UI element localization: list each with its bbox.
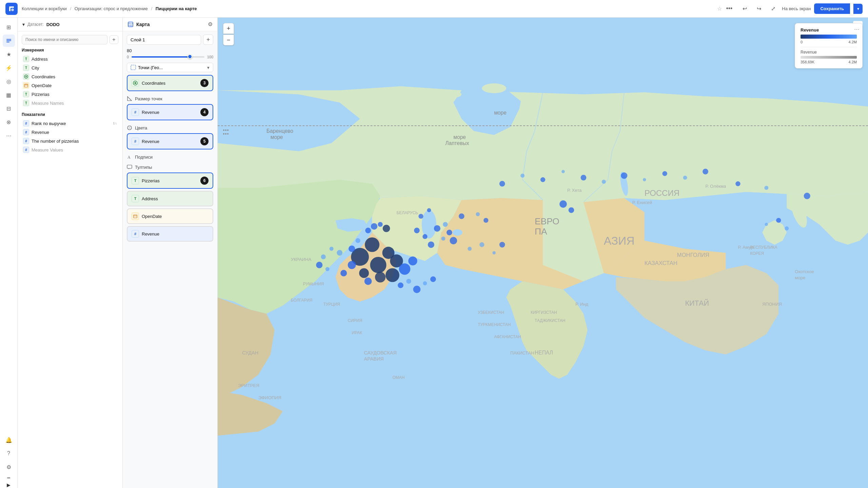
svg-point-131 [414,228,420,233]
tooltip-opendate-content: OpenDate [132,212,162,220]
favorite-star-icon[interactable]: ☆ [717,5,722,12]
opacity-slider[interactable] [132,55,204,59]
zoom-in-button[interactable]: + [223,23,234,34]
field-revenue-icon: # [23,129,29,135]
tooltip-revenue[interactable]: # Revenue [127,226,213,242]
legend-size-max: 4.2M [849,60,857,64]
geotype-select[interactable]: Точки (Гео... ▾ [127,63,213,72]
svg-text:ЯПОНИЯ: ЯПОНИЯ [762,302,782,307]
tooltip-opendate[interactable]: OpenDate [127,208,213,224]
add-field-button[interactable]: + [110,35,118,44]
chart-settings-gear-icon[interactable]: ⚙ [208,21,213,27]
svg-point-92 [326,267,330,271]
nav-minus-icon[interactable]: ⊟ [3,102,15,115]
nav-settings-icon[interactable]: ⚙ [3,461,15,473]
svg-text:Р. Инд: Р. Инд [575,302,588,307]
map-area[interactable]: море Лаптевых море Баренцево море ЕВРО П… [218,18,868,488]
svg-text:Лаптевых: Лаптевых [445,140,469,146]
nav-circle-icon[interactable]: ◎ [3,75,15,87]
labels-section-header: A Подписи [127,154,213,160]
breadcrumb-part2[interactable]: Организации: спрос и предложение [75,6,148,11]
nav-chart-icon[interactable]: ▦ [3,89,15,101]
layer-select[interactable]: Слой 1 [127,35,201,45]
svg-text:море: море [271,134,283,140]
legend: ⋯ Revenue 0 4.2M Revenue 358,69K 4.2M [795,23,863,68]
expand-icon[interactable]: ⤢ [768,3,778,14]
map-svg: море Лаптевых море Баренцево море ЕВРО П… [218,18,868,488]
svg-text:море: море [453,134,466,140]
nav-flash-icon[interactable]: ⚡ [3,62,15,74]
tooltip-pizzerias[interactable]: T Pizzerias 6 [127,172,213,189]
field-measure-values-name: Measure Values [32,147,63,152]
svg-rect-10 [128,22,133,27]
revenue-color-content: # Revenue [132,138,159,145]
svg-point-126 [418,214,423,219]
layer-row: Слой 1 + [127,35,213,45]
legend-color-labels: 0 4.2M [801,40,857,44]
breadcrumb-part1[interactable]: Коллекции и воркбуки [22,6,67,11]
revenue-size-name: Revenue [142,110,159,115]
opacity-min-label: 0 [127,55,129,59]
svg-point-102 [450,237,457,244]
svg-text:ЭФИОПИЯ: ЭФИОПИЯ [258,395,281,400]
tooltip-pizzerias-icon: T [132,177,139,184]
tooltip-pizzerias-badge: 6 [200,177,209,185]
size-section-header: Размер точек [127,96,213,101]
fullscreen-button[interactable]: На весь экран [782,6,811,11]
labels-icon: A [127,154,132,160]
zoom-out-button[interactable]: − [223,35,234,45]
field-measure-values[interactable]: # Measure Values [22,145,118,154]
field-num-pizzerias[interactable]: # The number of pizzerias [22,137,118,145]
field-measure-names[interactable]: T Measure Names [22,99,118,107]
search-input[interactable] [22,35,107,44]
field-rank[interactable]: # Rank по выручке f∩ [22,119,118,128]
save-button[interactable]: Сохранить [814,3,850,14]
tooltip-address[interactable]: T Address [127,191,213,206]
nav-list-icon[interactable] [3,35,15,47]
field-city[interactable]: T City [22,63,118,72]
nav-connect-icon[interactable]: ⊗ [3,116,15,128]
svg-text:ТУРКМЕНИСТАН: ТУРКМЕНИСТАН [478,322,511,327]
field-coordinates[interactable]: Coordinates [22,72,118,81]
coordinates-drop-zone[interactable]: Coordinates 3 [127,75,213,91]
svg-point-101 [441,237,445,241]
svg-text:САУДОВСКАЯ: САУДОВСКАЯ [364,350,397,355]
svg-point-129 [476,212,480,216]
fields-panel: + Измерения T Address T City Coordinates [18,32,122,488]
nav-star-icon[interactable]: ★ [3,48,15,60]
more-options-icon[interactable]: ••• [726,5,732,12]
svg-text:МОНГОЛИЯ: МОНГОЛИЯ [677,252,709,258]
nav-help-icon[interactable]: ? [3,447,15,460]
opacity-value: 80 [127,48,213,53]
opacity-slider-row: 0 100 [127,55,213,59]
sidebar: ▾ Датасет: DODO + Измерения T Address T … [18,18,123,488]
field-opendate[interactable]: OpenDate [22,81,118,90]
nav-more-icon[interactable]: ⋯ [3,129,15,142]
tooltip-opendate-name: OpenDate [142,214,162,219]
nav-bell-icon[interactable]: 🔔 [3,434,15,446]
field-pizzerias[interactable]: T Pizzerias [22,90,118,99]
left-nav: ⊞ ★ ⚡ ◎ ▦ ⊟ ⊗ ⋯ 🔔 ? ⚙ − ▶ [0,18,18,488]
svg-point-109 [621,172,627,179]
undo-button[interactable]: ↩ [739,3,750,14]
legend-more-icon[interactable]: ⋯ [854,26,860,33]
sidebar-chevron-icon[interactable]: ▾ [22,22,25,27]
map-drag-handle[interactable] [223,129,230,136]
revenue-color-drop-zone[interactable]: # Revenue 5 [127,133,213,149]
svg-point-121 [492,251,496,255]
revenue-size-drop-zone[interactable]: # Revenue 4 [127,104,213,120]
svg-text:РУМЫНИЯ: РУМЫНИЯ [303,282,324,286]
legend-size-gradient [801,56,857,59]
svg-point-125 [765,223,768,226]
nav-collapse-icon[interactable]: − [7,474,11,482]
add-layer-button[interactable]: + [203,35,213,45]
field-address[interactable]: T Address [22,55,118,63]
coordinates-badge: 3 [200,79,209,87]
nav-grid-icon[interactable]: ⊞ [3,21,15,33]
app-logo[interactable] [5,3,18,15]
save-dropdown-button[interactable]: ▾ [853,4,863,14]
field-revenue[interactable]: # Revenue [22,128,118,137]
nav-play-icon[interactable]: ▶ [7,482,11,488]
redo-button[interactable]: ↪ [753,3,764,14]
field-rank-icon: # [23,120,29,126]
